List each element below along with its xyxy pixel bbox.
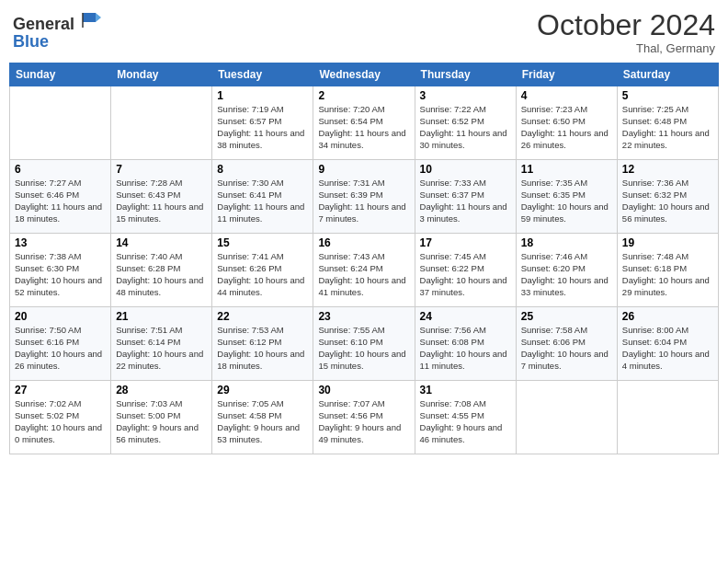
day-info: Sunrise: 7:25 AM Sunset: 6:48 PM Dayligh…: [622, 104, 713, 151]
day-number: 11: [521, 163, 612, 176]
logo-flag-icon: [81, 9, 101, 29]
day-number: 16: [318, 236, 409, 249]
calendar-cell: 25Sunrise: 7:58 AM Sunset: 6:06 PM Dayli…: [516, 307, 617, 381]
day-number: 24: [420, 310, 511, 323]
calendar-cell: 23Sunrise: 7:55 AM Sunset: 6:10 PM Dayli…: [313, 307, 415, 381]
day-info: Sunrise: 7:55 AM Sunset: 6:10 PM Dayligh…: [318, 325, 409, 372]
title-area: October 2024 Thal, Germany: [537, 9, 715, 55]
day-info: Sunrise: 8:00 AM Sunset: 6:04 PM Dayligh…: [622, 325, 713, 372]
day-info: Sunrise: 7:53 AM Sunset: 6:12 PM Dayligh…: [217, 325, 308, 372]
calendar-cell: 20Sunrise: 7:50 AM Sunset: 6:16 PM Dayli…: [10, 307, 111, 381]
day-info: Sunrise: 7:45 AM Sunset: 6:22 PM Dayligh…: [420, 251, 511, 298]
calendar-cell: 5Sunrise: 7:25 AM Sunset: 6:48 PM Daylig…: [617, 86, 718, 160]
calendar-table: SundayMondayTuesdayWednesdayThursdayFrid…: [9, 63, 719, 454]
day-info: Sunrise: 7:22 AM Sunset: 6:52 PM Dayligh…: [420, 104, 511, 151]
day-number: 15: [217, 236, 308, 249]
calendar-cell: 9Sunrise: 7:31 AM Sunset: 6:39 PM Daylig…: [313, 160, 415, 234]
day-number: 2: [318, 89, 409, 102]
day-info: Sunrise: 7:28 AM Sunset: 6:43 PM Dayligh…: [116, 178, 207, 224]
day-info: Sunrise: 7:20 AM Sunset: 6:54 PM Dayligh…: [318, 104, 409, 151]
calendar-cell: 28Sunrise: 7:03 AM Sunset: 5:00 PM Dayli…: [111, 381, 212, 454]
calendar-cell: [617, 381, 718, 454]
day-info: Sunrise: 7:02 AM Sunset: 5:02 PM Dayligh…: [15, 398, 106, 445]
day-info: Sunrise: 7:23 AM Sunset: 6:50 PM Dayligh…: [521, 104, 612, 151]
calendar-cell: 26Sunrise: 8:00 AM Sunset: 6:04 PM Dayli…: [617, 307, 718, 381]
calendar-cell: 11Sunrise: 7:35 AM Sunset: 6:35 PM Dayli…: [516, 160, 617, 234]
day-number: 21: [116, 310, 207, 323]
weekday-header-sunday: Sunday: [10, 63, 111, 86]
calendar-cell: 24Sunrise: 7:56 AM Sunset: 6:08 PM Dayli…: [415, 307, 516, 381]
day-number: 26: [622, 310, 713, 323]
calendar-cell: 29Sunrise: 7:05 AM Sunset: 4:58 PM Dayli…: [212, 381, 313, 454]
day-number: 29: [217, 384, 308, 396]
day-number: 9: [318, 163, 409, 176]
calendar-cell: 3Sunrise: 7:22 AM Sunset: 6:52 PM Daylig…: [415, 86, 516, 160]
weekday-header-saturday: Saturday: [617, 63, 718, 86]
calendar-week-row: 27Sunrise: 7:02 AM Sunset: 5:02 PM Dayli…: [10, 381, 719, 454]
day-info: Sunrise: 7:50 AM Sunset: 6:16 PM Dayligh…: [15, 325, 106, 372]
day-number: 12: [622, 163, 713, 176]
day-number: 27: [15, 384, 106, 396]
calendar-cell: [516, 381, 617, 454]
day-number: 13: [15, 236, 106, 249]
calendar-cell: 8Sunrise: 7:30 AM Sunset: 6:41 PM Daylig…: [212, 160, 313, 234]
calendar-cell: 30Sunrise: 7:07 AM Sunset: 4:56 PM Dayli…: [313, 381, 415, 454]
day-number: 28: [116, 384, 207, 396]
calendar-week-row: 20Sunrise: 7:50 AM Sunset: 6:16 PM Dayli…: [10, 307, 719, 381]
calendar-cell: 21Sunrise: 7:51 AM Sunset: 6:14 PM Dayli…: [111, 307, 212, 381]
day-number: 3: [420, 89, 511, 102]
day-info: Sunrise: 7:03 AM Sunset: 5:00 PM Dayligh…: [116, 398, 207, 445]
calendar-cell: 7Sunrise: 7:28 AM Sunset: 6:43 PM Daylig…: [111, 160, 212, 234]
day-number: 6: [15, 163, 106, 176]
day-info: Sunrise: 7:46 AM Sunset: 6:20 PM Dayligh…: [521, 251, 612, 298]
calendar-cell: 19Sunrise: 7:48 AM Sunset: 6:18 PM Dayli…: [617, 234, 718, 307]
day-info: Sunrise: 7:27 AM Sunset: 6:46 PM Dayligh…: [15, 178, 106, 224]
calendar-cell: 18Sunrise: 7:46 AM Sunset: 6:20 PM Dayli…: [516, 234, 617, 307]
svg-marker-0: [83, 13, 96, 22]
calendar-cell: 6Sunrise: 7:27 AM Sunset: 6:46 PM Daylig…: [10, 160, 111, 234]
calendar-cell: 10Sunrise: 7:33 AM Sunset: 6:37 PM Dayli…: [415, 160, 516, 234]
day-number: 20: [15, 310, 106, 323]
day-info: Sunrise: 7:08 AM Sunset: 4:55 PM Dayligh…: [420, 398, 511, 445]
day-info: Sunrise: 7:36 AM Sunset: 6:32 PM Dayligh…: [622, 178, 713, 224]
day-info: Sunrise: 7:30 AM Sunset: 6:41 PM Dayligh…: [217, 178, 308, 224]
day-info: Sunrise: 7:43 AM Sunset: 6:24 PM Dayligh…: [318, 251, 409, 298]
day-number: 17: [420, 236, 511, 249]
weekday-header-wednesday: Wednesday: [313, 63, 415, 86]
day-info: Sunrise: 7:41 AM Sunset: 6:26 PM Dayligh…: [217, 251, 308, 298]
day-number: 22: [217, 310, 308, 323]
calendar-week-row: 13Sunrise: 7:38 AM Sunset: 6:30 PM Dayli…: [10, 234, 719, 307]
day-info: Sunrise: 7:33 AM Sunset: 6:37 PM Dayligh…: [420, 178, 511, 224]
day-number: 14: [116, 236, 207, 249]
calendar-cell: 1Sunrise: 7:19 AM Sunset: 6:57 PM Daylig…: [212, 86, 313, 160]
day-number: 18: [521, 236, 612, 249]
logo-blue-text: Blue: [13, 32, 49, 51]
day-info: Sunrise: 7:48 AM Sunset: 6:18 PM Dayligh…: [622, 251, 713, 298]
calendar-cell: 12Sunrise: 7:36 AM Sunset: 6:32 PM Dayli…: [617, 160, 718, 234]
day-info: Sunrise: 7:58 AM Sunset: 6:06 PM Dayligh…: [521, 325, 612, 372]
weekday-header-thursday: Thursday: [415, 63, 516, 86]
calendar-cell: 16Sunrise: 7:43 AM Sunset: 6:24 PM Dayli…: [313, 234, 415, 307]
weekday-header-tuesday: Tuesday: [212, 63, 313, 86]
day-info: Sunrise: 7:40 AM Sunset: 6:28 PM Dayligh…: [116, 251, 207, 298]
day-info: Sunrise: 7:38 AM Sunset: 6:30 PM Dayligh…: [15, 251, 106, 298]
location-subtitle: Thal, Germany: [537, 41, 715, 55]
calendar-cell: 15Sunrise: 7:41 AM Sunset: 6:26 PM Dayli…: [212, 234, 313, 307]
logo-general-text: General: [13, 15, 74, 33]
day-info: Sunrise: 7:05 AM Sunset: 4:58 PM Dayligh…: [217, 398, 308, 445]
day-number: 5: [622, 89, 713, 102]
weekday-header-monday: Monday: [111, 63, 212, 86]
day-number: 30: [318, 384, 409, 396]
day-info: Sunrise: 7:31 AM Sunset: 6:39 PM Dayligh…: [318, 178, 409, 224]
day-info: Sunrise: 7:35 AM Sunset: 6:35 PM Dayligh…: [521, 178, 612, 224]
logo: General Blue: [13, 9, 101, 51]
weekday-header-friday: Friday: [516, 63, 617, 86]
page-header: General Blue October 2024 Thal, Germany: [9, 9, 719, 55]
day-number: 31: [420, 384, 511, 396]
calendar-cell: [111, 86, 212, 160]
day-info: Sunrise: 7:56 AM Sunset: 6:08 PM Dayligh…: [420, 325, 511, 372]
calendar-header-row: SundayMondayTuesdayWednesdayThursdayFrid…: [10, 63, 719, 86]
calendar-cell: 13Sunrise: 7:38 AM Sunset: 6:30 PM Dayli…: [10, 234, 111, 307]
month-title: October 2024: [537, 9, 715, 41]
calendar-cell: 4Sunrise: 7:23 AM Sunset: 6:50 PM Daylig…: [516, 86, 617, 160]
